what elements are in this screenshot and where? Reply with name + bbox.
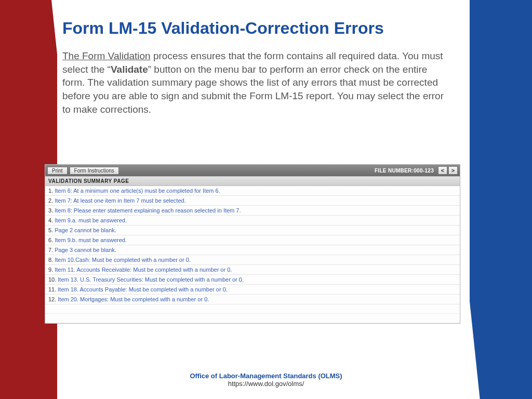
error-link[interactable]: Page 2 cannot be blank. xyxy=(55,227,116,233)
file-number-label: FILE NUMBER:000-123 xyxy=(375,168,434,174)
error-row: 1. Item 6: At a minimum one article(s) m… xyxy=(45,186,460,196)
error-number: 3. xyxy=(48,207,53,214)
footer-url: https://www.dol.gov/olms/ xyxy=(0,380,532,388)
error-row: 7. Page 3 cannot be blank. xyxy=(45,245,460,255)
error-number: 11. xyxy=(48,286,56,292)
footer-org: Office of Labor-Management Standards (OL… xyxy=(0,372,532,380)
blank-row xyxy=(45,314,460,323)
error-row: 5. Page 2 cannot be blank. xyxy=(45,225,460,235)
prev-page-button[interactable]: < xyxy=(438,166,447,175)
error-row: 11. Item 18. Accounts Payable: Must be c… xyxy=(45,285,460,295)
error-link[interactable]: Item 9.b. must be answered. xyxy=(55,237,127,243)
error-number: 6. xyxy=(48,237,53,243)
error-row: 6. Item 9.b. must be answered. xyxy=(45,235,460,245)
intro-bold: Validate xyxy=(111,64,148,75)
error-number: 1. xyxy=(48,188,53,194)
error-link[interactable]: Item 11. Accounts Receivable: Must be co… xyxy=(55,267,232,273)
content-area: Form LM-15 Validation-Correction Errors … xyxy=(62,19,473,116)
error-link[interactable]: Item 7: At least one item in Item 7 must… xyxy=(55,197,186,204)
panel-toolbar: Print Form Instructions FILE NUMBER:000-… xyxy=(45,165,460,176)
validation-panel: Print Form Instructions FILE NUMBER:000-… xyxy=(45,164,460,324)
error-link[interactable]: Item 13. U.S. Treasury Securities: Must … xyxy=(58,276,244,283)
error-row: 8. Item 10.Cash: Must be completed with … xyxy=(45,255,460,265)
error-row: 12. Item 20. Mortgages: Must be complete… xyxy=(45,295,460,304)
error-list: 1. Item 6: At a minimum one article(s) m… xyxy=(45,186,460,304)
error-link[interactable]: Item 18. Accounts Payable: Must be compl… xyxy=(58,286,228,292)
error-link[interactable]: Page 3 cannot be blank. xyxy=(55,247,116,253)
form-instructions-button[interactable]: Form Instructions xyxy=(70,167,119,175)
error-row: 3. Item 8: Please enter statement explai… xyxy=(45,206,460,216)
error-row: 4. Item 9.a. must be answered. xyxy=(45,216,460,225)
seal-inner-icon: ⚕ xyxy=(473,19,497,43)
error-link[interactable]: Item 10.Cash: Must be completed with a n… xyxy=(55,257,191,263)
error-link[interactable]: Item 9.a. must be answered. xyxy=(55,217,127,223)
slide: ⚕ Form LM-15 Validation-Correction Error… xyxy=(0,0,532,399)
seal-glyph: ⚕ xyxy=(483,25,488,37)
print-button[interactable]: Print xyxy=(47,167,68,175)
intro-paragraph: The Form Validation process ensures that… xyxy=(62,49,447,116)
next-page-button[interactable]: > xyxy=(448,166,458,175)
error-number: 7. xyxy=(48,247,53,253)
validation-summary-heading: VALIDATION SUMMARY PAGE xyxy=(45,176,460,186)
dol-seal-icon: ⚕ xyxy=(470,16,501,47)
error-link[interactable]: Item 20. Mortgages: Must be completed wi… xyxy=(58,296,209,302)
page-title: Form LM-15 Validation-Correction Errors xyxy=(62,19,473,38)
error-number: 5. xyxy=(48,227,53,233)
error-row: 2. Item 7: At least one item in Item 7 m… xyxy=(45,196,460,206)
error-number: 12. xyxy=(48,296,56,302)
error-number: 8. xyxy=(48,257,53,263)
error-number: 2. xyxy=(48,197,53,204)
intro-lead: The Form Validation xyxy=(62,50,151,61)
error-number: 10. xyxy=(48,276,56,283)
error-number: 9. xyxy=(48,267,53,273)
blank-row xyxy=(45,304,460,314)
right-accent xyxy=(470,0,532,399)
error-row: 9. Item 11. Accounts Receivable: Must be… xyxy=(45,265,460,275)
error-number: 4. xyxy=(48,217,53,223)
error-row: 10. Item 13. U.S. Treasury Securities: M… xyxy=(45,275,460,285)
footer: Office of Labor-Management Standards (OL… xyxy=(0,372,532,388)
error-link[interactable]: Item 8: Please enter statement explainin… xyxy=(55,207,241,214)
error-link[interactable]: Item 6: At a minimum one article(s) must… xyxy=(55,188,220,194)
